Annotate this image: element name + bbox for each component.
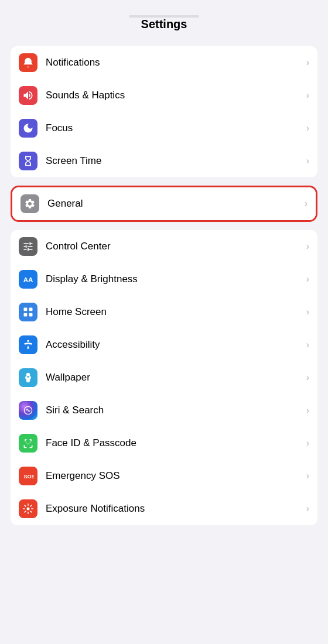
settings-row-display[interactable]: AADisplay & Brightness› [11, 263, 317, 296]
settings-row-focus[interactable]: Focus› [11, 112, 317, 145]
sos-icon: SOS [19, 467, 37, 485]
notifications-icon [19, 53, 37, 72]
svg-rect-4 [29, 313, 33, 317]
accessibility-label: Accessibility [46, 339, 303, 351]
settings-row-notifications[interactable]: Notifications› [11, 46, 317, 79]
settings-row-wallpaper[interactable]: Wallpaper› [11, 361, 317, 394]
accessibility-icon [19, 335, 37, 354]
focus-chevron: › [306, 123, 309, 133]
display-icon: AA [19, 270, 37, 289]
exposure-label: Exposure Notifications [46, 503, 303, 515]
controlcenter-chevron: › [306, 241, 309, 252]
homescreen-label: Home Screen [46, 306, 303, 318]
notifications-chevron: › [306, 57, 309, 68]
faceid-icon [19, 434, 37, 453]
siri-label: Siri & Search [46, 405, 303, 416]
settings-section: Notifications›Sounds & Haptics›Focus›Scr… [11, 46, 317, 177]
svg-rect-1 [24, 308, 28, 311]
siri-chevron: › [306, 405, 309, 416]
settings-row-accessibility[interactable]: Accessibility› [11, 328, 317, 361]
settings-row-controlcenter[interactable]: Control Center› [11, 230, 317, 263]
svg-text:SOS: SOS [24, 474, 35, 479]
sounds-chevron: › [306, 90, 309, 101]
settings-row-sounds[interactable]: Sounds & Haptics› [11, 79, 317, 112]
siri-icon [19, 401, 37, 420]
wallpaper-icon [19, 368, 37, 387]
settings-row-faceid[interactable]: Face ID & Passcode› [11, 427, 317, 460]
focus-label: Focus [46, 122, 303, 134]
screentime-chevron: › [306, 156, 309, 166]
sounds-label: Sounds & Haptics [46, 90, 303, 101]
settings-section: Control Center›AADisplay & Brightness›Ho… [11, 230, 317, 525]
settings-row-sos[interactable]: SOSEmergency SOS› [11, 460, 317, 492]
svg-text:AA: AA [23, 276, 33, 283]
svg-point-5 [27, 340, 29, 342]
general-icon [20, 194, 39, 213]
settings-row-exposure[interactable]: Exposure Notifications› [11, 492, 317, 525]
accessibility-chevron: › [306, 340, 309, 350]
controlcenter-icon [19, 237, 37, 256]
focus-icon [19, 119, 37, 138]
section-general-highlighted: General› [11, 186, 317, 222]
wallpaper-label: Wallpaper [46, 372, 303, 383]
screentime-icon [19, 152, 37, 170]
homescreen-icon [19, 303, 37, 321]
faceid-chevron: › [306, 438, 309, 448]
scroll-indicator [129, 15, 199, 18]
page-header: Settings [0, 0, 328, 38]
faceid-label: Face ID & Passcode [46, 437, 303, 449]
exposure-icon [19, 499, 37, 518]
sos-label: Emergency SOS [46, 470, 303, 482]
page-title: Settings [0, 18, 328, 31]
wallpaper-chevron: › [306, 372, 309, 383]
svg-rect-3 [24, 313, 28, 317]
svg-rect-2 [29, 308, 33, 311]
display-label: Display & Brightness [46, 273, 303, 285]
sos-chevron: › [306, 471, 309, 481]
sounds-icon [19, 86, 37, 105]
general-label: General [47, 198, 301, 210]
homescreen-chevron: › [306, 307, 309, 317]
settings-row-homescreen[interactable]: Home Screen› [11, 296, 317, 328]
controlcenter-label: Control Center [46, 241, 303, 252]
settings-row-siri[interactable]: Siri & Search› [11, 394, 317, 427]
settings-row-general[interactable]: General› [12, 187, 316, 220]
screentime-label: Screen Time [46, 155, 303, 167]
settings-row-screentime[interactable]: Screen Time› [11, 145, 317, 177]
notifications-label: Notifications [46, 57, 303, 68]
svg-point-8 [27, 508, 30, 511]
display-chevron: › [306, 274, 309, 285]
general-chevron: › [305, 198, 308, 209]
exposure-chevron: › [306, 503, 309, 514]
